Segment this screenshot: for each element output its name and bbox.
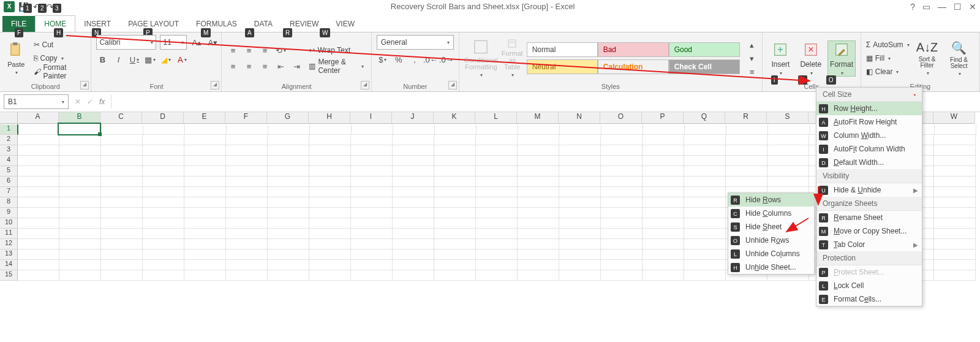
cell[interactable] xyxy=(518,249,559,260)
cell[interactable] xyxy=(184,239,226,249)
cell[interactable] xyxy=(18,145,59,156)
cell[interactable] xyxy=(184,156,226,166)
cell[interactable] xyxy=(18,229,59,239)
col-header-L[interactable]: L xyxy=(475,112,517,124)
cell[interactable] xyxy=(767,145,809,156)
cell[interactable] xyxy=(101,249,143,260)
cell[interactable] xyxy=(18,208,59,218)
cell[interactable] xyxy=(434,249,476,260)
cell[interactable] xyxy=(476,218,518,229)
cell[interactable] xyxy=(434,208,476,218)
cell[interactable] xyxy=(268,145,309,156)
cell[interactable] xyxy=(184,208,226,218)
cell[interactable] xyxy=(477,124,518,135)
cell[interactable] xyxy=(518,218,559,229)
cell[interactable] xyxy=(934,239,976,249)
style-calculation[interactable]: Calculation xyxy=(598,59,669,74)
font-color-button[interactable]: A▾ xyxy=(176,53,188,66)
fx-enter-icon[interactable]: ✓ xyxy=(87,97,93,106)
cell[interactable] xyxy=(643,156,684,166)
col-header-R[interactable]: R xyxy=(725,112,767,124)
fx-icon[interactable]: fx xyxy=(99,97,105,106)
cell[interactable] xyxy=(351,197,393,208)
cell[interactable] xyxy=(101,166,143,177)
cell[interactable] xyxy=(393,135,434,145)
col-header-N[interactable]: N xyxy=(559,112,600,124)
maximize-icon[interactable]: ☐ xyxy=(954,0,962,13)
cell[interactable] xyxy=(726,145,767,156)
cell[interactable] xyxy=(601,229,643,239)
cell[interactable] xyxy=(726,177,767,187)
cell[interactable] xyxy=(935,124,976,135)
submenu-unhide-sheet[interactable]: HUnhide Sheet... xyxy=(728,260,814,274)
decrease-indent-button[interactable]: ⇤ xyxy=(274,60,287,72)
cell[interactable] xyxy=(309,260,351,270)
cell[interactable] xyxy=(268,270,309,281)
cell[interactable] xyxy=(643,208,684,218)
cell[interactable] xyxy=(143,249,184,260)
cell[interactable] xyxy=(226,208,268,218)
cell[interactable] xyxy=(767,135,809,145)
col-header-F[interactable]: F xyxy=(225,112,267,124)
cell[interactable] xyxy=(309,249,351,260)
col-header-B[interactable]: B xyxy=(59,112,100,124)
name-box[interactable]: B1▾ xyxy=(4,94,69,109)
cell[interactable] xyxy=(59,270,101,281)
col-header-S[interactable]: S xyxy=(767,112,809,124)
fill-button[interactable]: ▦Fill▾ xyxy=(866,52,910,64)
cell[interactable] xyxy=(476,239,518,249)
tab-home[interactable]: HOME xyxy=(35,15,75,32)
cell[interactable] xyxy=(351,218,393,229)
cell[interactable] xyxy=(601,166,643,177)
cell[interactable] xyxy=(518,229,559,239)
cell[interactable] xyxy=(101,260,143,270)
row-header-6[interactable]: 6 xyxy=(0,177,18,187)
cell[interactable] xyxy=(559,156,601,166)
cell[interactable] xyxy=(351,239,393,249)
submenu-hide-columns[interactable]: CHide Columns xyxy=(728,207,814,220)
underline-button[interactable]: U▾ xyxy=(128,53,140,66)
col-header-O[interactable]: O xyxy=(600,112,642,124)
row-header-10[interactable]: 10 xyxy=(0,218,18,229)
cell[interactable] xyxy=(767,177,809,187)
cell[interactable] xyxy=(59,208,101,218)
cell[interactable] xyxy=(59,166,101,177)
cell[interactable] xyxy=(601,187,643,197)
col-header-H[interactable]: H xyxy=(309,112,350,124)
paste-button[interactable]: Paste ▾ xyxy=(5,39,28,78)
style-good[interactable]: Good xyxy=(669,42,740,57)
cell[interactable] xyxy=(309,177,351,187)
cell[interactable] xyxy=(934,249,976,260)
col-header-J[interactable]: J xyxy=(392,112,434,124)
col-header-A[interactable]: A xyxy=(17,112,59,124)
cell[interactable] xyxy=(434,239,476,249)
cell[interactable] xyxy=(59,218,101,229)
cell[interactable] xyxy=(643,145,684,156)
cell[interactable] xyxy=(476,156,518,166)
row-header-5[interactable]: 5 xyxy=(0,166,18,177)
cell[interactable] xyxy=(476,177,518,187)
cell[interactable] xyxy=(102,124,143,135)
cell[interactable] xyxy=(309,270,351,281)
cell[interactable] xyxy=(518,135,559,145)
increase-indent-button[interactable]: ⇥ xyxy=(290,60,303,72)
cell[interactable] xyxy=(59,135,101,145)
cell[interactable] xyxy=(268,208,309,218)
cell[interactable] xyxy=(268,156,309,166)
cell[interactable] xyxy=(559,218,601,229)
cell[interactable] xyxy=(518,124,560,135)
cell[interactable] xyxy=(143,187,184,197)
wrap-text-button[interactable]: ↩Wrap Text xyxy=(306,44,366,56)
cell[interactable] xyxy=(59,197,101,208)
cell[interactable] xyxy=(684,166,726,177)
cell[interactable] xyxy=(309,208,351,218)
cell[interactable] xyxy=(476,229,518,239)
cell[interactable] xyxy=(559,166,601,177)
cell[interactable] xyxy=(393,260,434,270)
cell[interactable] xyxy=(101,156,143,166)
cell[interactable] xyxy=(310,124,352,135)
cell[interactable] xyxy=(934,218,976,229)
col-header-K[interactable]: K xyxy=(434,112,475,124)
cell[interactable] xyxy=(643,197,684,208)
cell[interactable] xyxy=(601,239,643,249)
